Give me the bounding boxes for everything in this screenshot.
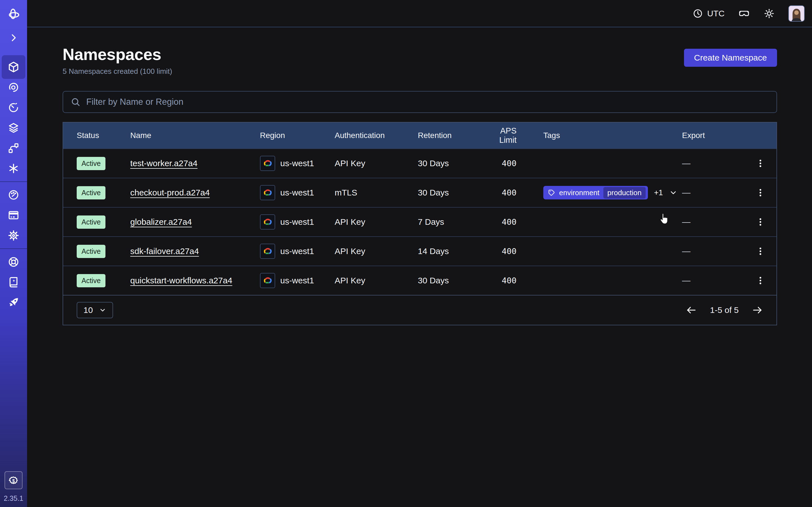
rocket-icon [7, 296, 20, 309]
table-row[interactable]: Active checkout-prod.a27a4 us-west1 [63, 178, 776, 207]
table-header-row: Status Name Region Authentication Retent… [63, 122, 776, 149]
region-label: us-west1 [280, 246, 314, 256]
sidebar-expand-button[interactable] [0, 31, 27, 45]
retention-value: 14 Days [418, 246, 483, 256]
theme-toggle-button[interactable] [763, 8, 775, 19]
feedback-button[interactable] [738, 8, 750, 19]
column-header-tags: Tags [516, 131, 682, 140]
aps-limit-value: 400 [483, 188, 516, 198]
tags-expand-chevron-icon[interactable] [669, 188, 677, 197]
tag-pill[interactable]: environment production [543, 186, 648, 200]
namespace-link[interactable]: checkout-prod.a27a4 [130, 188, 210, 197]
status-badge: Active [77, 186, 105, 200]
table-row[interactable]: Active test-worker.a27a4 us-west1 [63, 149, 776, 178]
sidebar-item-namespaces[interactable] [0, 57, 27, 77]
prev-page-button[interactable] [686, 304, 697, 316]
status-badge: Active [77, 245, 105, 258]
table-row[interactable]: Active quickstart-workflows.a27a4 us-wes… [63, 266, 776, 295]
app-version: 2.35.1 [4, 494, 23, 503]
export-value: — [682, 217, 733, 227]
filter-input[interactable] [86, 97, 769, 107]
sidebar-item-batch[interactable] [0, 158, 27, 179]
namespace-link[interactable]: quickstart-workflows.a27a4 [130, 276, 232, 285]
table-row[interactable]: Active globalizer.a27a4 us-west1 [63, 207, 776, 236]
auth-method: API Key [335, 217, 418, 227]
avatar-image [789, 6, 804, 21]
namespaces-table: Status Name Region Authentication Retent… [63, 122, 777, 325]
sidebar-item-billing[interactable] [0, 205, 27, 225]
sidebar-divider [0, 181, 27, 182]
page-title: Namespaces [63, 45, 172, 64]
namespace-link[interactable]: test-worker.a27a4 [130, 159, 197, 168]
timer-icon [7, 101, 20, 114]
kebab-menu-button[interactable] [754, 274, 767, 287]
sidebar-item-workflows[interactable] [0, 77, 27, 98]
status-badge: Active [77, 216, 105, 229]
column-header-export: Export [682, 131, 733, 140]
kebab-menu-button[interactable] [754, 157, 767, 170]
clock-icon [693, 8, 703, 19]
namespace-link[interactable]: sdk-failover.a27a4 [130, 246, 199, 256]
aps-limit-value: 400 [483, 159, 516, 168]
sidebar-item-usage[interactable] [0, 185, 27, 205]
chevron-down-icon [99, 306, 106, 314]
gauge-icon [7, 189, 20, 201]
table-footer: 10 1-5 of 5 [63, 295, 776, 325]
cube-icon [7, 61, 20, 73]
namespace-link[interactable]: globalizer.a27a4 [130, 217, 192, 226]
column-header-aps-limit: APS Limit [483, 126, 516, 145]
pagination-range: 1-5 of 5 [710, 305, 739, 315]
auth-method: mTLS [335, 188, 418, 198]
table-row[interactable]: Active sdk-failover.a27a4 us-west1 [63, 236, 776, 266]
sidebar-item-docs[interactable] [0, 272, 27, 292]
aps-limit-value: 400 [483, 276, 516, 285]
auth-method: API Key [335, 246, 418, 256]
namespace-count-subtitle: 5 Namespaces created (100 limit) [63, 67, 172, 76]
sidebar-item-deployments[interactable] [0, 138, 27, 158]
temporal-logo-icon[interactable] [0, 6, 27, 22]
sidebar-item-schedules[interactable] [0, 98, 27, 118]
filter-bar [63, 91, 777, 113]
sidebar-item-nexus[interactable] [0, 118, 27, 138]
sidebar-item-support[interactable] [0, 252, 27, 272]
kebab-menu-button[interactable] [754, 216, 767, 228]
google-cloud-icon [260, 244, 275, 259]
kebab-menu-button[interactable] [754, 186, 767, 199]
sidebar-item-settings[interactable] [0, 225, 27, 245]
svg-text:$: $ [12, 478, 15, 483]
status-badge: Active [77, 274, 105, 287]
tags-more-count: +1 [654, 188, 663, 197]
life-ring-icon [7, 256, 20, 268]
retention-value: 30 Days [418, 188, 483, 198]
kebab-menu-button[interactable] [754, 245, 767, 258]
export-value: — [682, 159, 733, 168]
aps-limit-value: 400 [483, 217, 516, 227]
pricing-badge-button[interactable]: $ [4, 471, 22, 489]
export-value: — [682, 188, 733, 198]
asterisk-icon [8, 163, 19, 174]
page-size-value: 10 [84, 305, 93, 315]
google-cloud-icon [260, 214, 275, 230]
page-size-select[interactable]: 10 [77, 302, 113, 318]
export-value: — [682, 246, 733, 256]
column-header-status: Status [77, 131, 130, 140]
region-label: us-west1 [280, 217, 314, 227]
search-icon [70, 97, 81, 107]
arrow-left-icon [686, 304, 697, 316]
retention-value: 30 Days [418, 276, 483, 285]
branch-icon [7, 142, 20, 154]
column-header-retention: Retention [418, 131, 483, 140]
tag-value: production [603, 187, 645, 199]
aps-limit-value: 400 [483, 246, 516, 256]
active-nav-highlight [2, 55, 26, 79]
app-root: $ 2.35.1 UTC [0, 0, 812, 507]
seal-dollar-icon: $ [8, 474, 19, 486]
tag-icon [548, 189, 555, 196]
user-avatar[interactable] [788, 5, 805, 22]
sidebar: $ 2.35.1 [0, 0, 27, 507]
next-page-button[interactable] [752, 304, 763, 316]
sidebar-divider [0, 248, 27, 249]
sidebar-item-getting-started[interactable] [0, 292, 27, 313]
timezone-selector[interactable]: UTC [693, 8, 725, 19]
create-namespace-button[interactable]: Create Namespace [684, 49, 777, 67]
